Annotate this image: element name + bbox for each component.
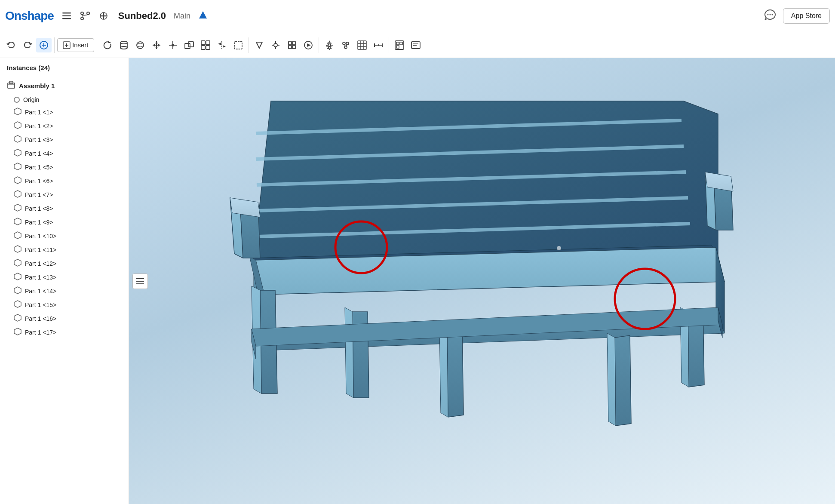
part-label-11: Part 1 <11> xyxy=(25,246,56,253)
part-label-14: Part 1 <14> xyxy=(25,288,56,295)
part-label-16: Part 1 <16> xyxy=(25,315,56,322)
svg-rect-51 xyxy=(292,46,295,49)
origin-item[interactable]: Origin xyxy=(0,94,129,105)
undo-button[interactable] xyxy=(3,38,19,52)
part-label-15: Part 1 <15> xyxy=(25,301,56,308)
move-pattern-button[interactable] xyxy=(198,38,213,52)
part-icon xyxy=(14,218,21,227)
part-item-1[interactable]: Part 1 <1> xyxy=(0,105,129,119)
svg-marker-101 xyxy=(607,333,616,426)
manage-button[interactable] xyxy=(338,38,353,52)
part-item-13[interactable]: Part 1 <13> xyxy=(0,270,129,284)
app-store-button[interactable]: App Store xyxy=(783,8,830,24)
onshape-logo[interactable]: Onshape xyxy=(5,9,54,23)
flip-button[interactable] xyxy=(214,38,230,52)
insert-label: Insert xyxy=(72,41,89,49)
svg-rect-71 xyxy=(400,42,402,45)
annotation-button[interactable] xyxy=(408,38,424,52)
svg-line-59 xyxy=(346,45,347,46)
svg-marker-9 xyxy=(199,11,207,18)
part-item-4[interactable]: Part 1 <4> xyxy=(0,147,129,160)
part-item-7[interactable]: Part 1 <7> xyxy=(0,188,129,202)
svg-point-55 xyxy=(343,42,345,45)
branches-button[interactable] xyxy=(78,9,92,23)
grid-button[interactable] xyxy=(354,38,370,52)
part-item-12[interactable]: Part 1 <12> xyxy=(0,257,129,270)
part-item-10[interactable]: Part 1 <10> xyxy=(0,229,129,243)
part-item-15[interactable]: Part 1 <15> xyxy=(0,298,129,312)
select-other-button[interactable] xyxy=(230,38,246,52)
toolbar-divider-2 xyxy=(97,37,97,53)
part-item-16[interactable]: Part 1 <16> xyxy=(0,312,129,326)
toolbar: Insert xyxy=(0,32,835,58)
part-icon xyxy=(14,176,21,186)
settings1-button[interactable] xyxy=(322,38,337,52)
sphere-tool-button[interactable] xyxy=(132,38,148,52)
toolbar-divider-3 xyxy=(249,37,249,53)
select-button[interactable] xyxy=(36,38,52,52)
part-item-17[interactable]: Part 1 <17> xyxy=(0,326,129,339)
move-face-button[interactable] xyxy=(149,38,164,52)
3d-model-view[interactable] xyxy=(129,58,835,504)
part-label-17: Part 1 <17> xyxy=(25,329,56,336)
animate-button[interactable] xyxy=(301,38,316,52)
svg-point-12 xyxy=(771,14,773,15)
measure-button[interactable] xyxy=(371,38,386,52)
svg-rect-37 xyxy=(206,46,210,49)
svg-marker-53 xyxy=(307,43,311,47)
origin-label: Origin xyxy=(23,96,39,103)
part-item-5[interactable]: Part 1 <5> xyxy=(0,160,129,174)
assembly-root-item[interactable]: Assembly 1 xyxy=(0,77,129,94)
move-button[interactable] xyxy=(165,38,181,52)
add-element-button[interactable] xyxy=(97,9,111,23)
part-icon xyxy=(14,190,21,200)
rotate-tool-button[interactable] xyxy=(100,38,115,52)
part-item-9[interactable]: Part 1 <9> xyxy=(0,215,129,229)
part-item-14[interactable]: Part 1 <14> xyxy=(0,284,129,298)
explode-button[interactable] xyxy=(284,38,300,52)
svg-point-4 xyxy=(87,12,89,15)
part-label-13: Part 1 <13> xyxy=(25,274,56,281)
part-item-6[interactable]: Part 1 <6> xyxy=(0,174,129,188)
chat-button[interactable] xyxy=(761,6,779,25)
drawing-view-button[interactable] xyxy=(392,38,407,52)
branch-icon xyxy=(198,10,208,22)
svg-rect-36 xyxy=(201,46,205,49)
part-label-6: Part 1 <6> xyxy=(25,178,53,184)
svg-rect-77 xyxy=(9,81,13,84)
assembly-icon xyxy=(7,80,15,91)
svg-rect-33 xyxy=(188,42,193,47)
part-icon xyxy=(14,108,21,117)
svg-line-58 xyxy=(344,45,346,46)
mate-connector-button[interactable] xyxy=(268,38,283,52)
3d-viewport[interactable] xyxy=(129,58,835,504)
part-item-3[interactable]: Part 1 <3> xyxy=(0,133,129,147)
part-icon xyxy=(14,300,21,310)
part-item-11[interactable]: Part 1 <11> xyxy=(0,243,129,257)
part-icon xyxy=(14,314,21,323)
redo-button[interactable] xyxy=(20,38,35,52)
top-bar: Onshape Sunbed2.0 Main App Store xyxy=(0,0,835,32)
part-icon xyxy=(14,231,21,241)
sidebar-resize-handle[interactable] xyxy=(127,58,129,504)
move-copy-button[interactable] xyxy=(181,38,197,52)
list-view-toggle-button[interactable] xyxy=(132,274,148,289)
part-icon xyxy=(14,163,21,172)
part-icon xyxy=(14,328,21,337)
part-icon xyxy=(14,204,21,213)
hamburger-menu-button[interactable] xyxy=(60,10,74,22)
part-item-2[interactable]: Part 1 <2> xyxy=(0,119,129,133)
cylinder-tool-button[interactable] xyxy=(116,38,132,52)
snap-button[interactable] xyxy=(252,38,267,52)
svg-rect-2 xyxy=(62,18,71,19)
part-label-10: Part 1 <10> xyxy=(25,233,56,240)
document-branch: Main xyxy=(174,12,190,21)
svg-rect-0 xyxy=(62,12,71,14)
insert-button[interactable]: Insert xyxy=(57,38,94,52)
svg-marker-40 xyxy=(223,45,226,48)
instances-list: Assembly 1 Origin Part 1 <1> Part 1 <2> … xyxy=(0,75,129,504)
svg-rect-32 xyxy=(185,43,190,49)
part-item-8[interactable]: Part 1 <8> xyxy=(0,202,129,215)
part-icon xyxy=(14,135,21,144)
part-label-8: Part 1 <8> xyxy=(25,205,53,212)
